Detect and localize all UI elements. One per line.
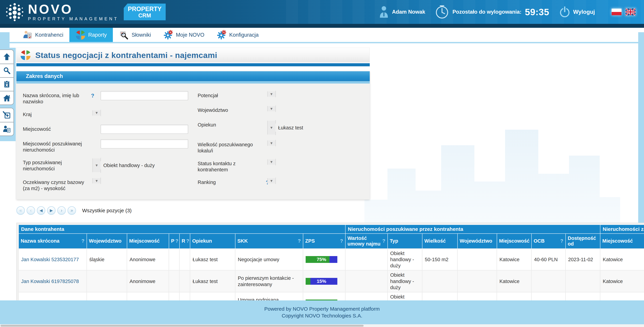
polish-flag-icon[interactable]	[612, 8, 622, 16]
miejscowosc-poszukiwanej-input[interactable]	[100, 139, 188, 148]
property-crm-badge: PROPERTY CRM	[124, 4, 166, 20]
my-novo-gear-icon	[163, 30, 173, 40]
tab-kontrahenci[interactable]: Kontrahenci	[16, 28, 70, 42]
logout-countdown: Pozostało do wylogowania: 59:35	[435, 5, 549, 19]
wojewodztwo-select[interactable]: ▼	[276, 105, 276, 112]
logout-label: Wyloguj	[573, 9, 595, 15]
filters-right-column: Potencjał ▼ Województwo ▼	[198, 91, 363, 192]
sidebar-group-bottom	[0, 108, 14, 136]
sidebar-group-top: X	[0, 50, 14, 105]
novo-logo[interactable]: NOVO PROPERTY MANAGEMENT	[5, 2, 119, 22]
miejscowosc-input[interactable]	[100, 125, 188, 134]
tab-slowniki[interactable]: Słowniki	[113, 28, 157, 42]
chevron-down-icon: ▼	[267, 178, 276, 184]
tab-konfiguracja[interactable]: Konfiguracja	[210, 28, 265, 42]
clock-icon	[435, 5, 449, 19]
previous-page-button[interactable]: ‹	[26, 206, 35, 215]
help-icon[interactable]: ?	[176, 238, 178, 244]
chevron-down-icon: ▼	[92, 158, 100, 172]
table-row: Jan Kowalski 5235320177 śląskie Anonimow…	[18, 248, 644, 270]
filter-row-wielkosc-lokalu: Wielkość poszukiwanego lokalu/i ▼	[198, 140, 363, 154]
chevron-down-icon: ▼	[267, 92, 276, 97]
home-button[interactable]	[0, 91, 14, 104]
ranking-select[interactable]: ▼	[276, 178, 276, 184]
chevron-down-icon: ▼	[267, 140, 276, 146]
horizontal-scrollbar-thumb[interactable]	[0, 325, 364, 327]
power-icon	[559, 6, 570, 18]
scroll-top-button[interactable]	[0, 50, 14, 64]
opiekun-select[interactable]: Łukasz test ▼	[276, 120, 363, 135]
last-page-button[interactable]: »	[68, 206, 76, 215]
footer-copyright: Copyright NOVO Technologies S.A.	[282, 313, 362, 319]
filter-row-wojewodztwo: Województwo ▼	[198, 106, 363, 115]
page-content: X	[0, 48, 644, 316]
filter-row-ranking: Ranking ? ▼	[198, 178, 363, 187]
filter-row-opiekun: Opiekun Łukasz test ▼	[198, 120, 363, 135]
filter-row-miejscowosc: Miejscowość	[23, 125, 188, 134]
title-underline-bar	[16, 63, 370, 66]
home-icon	[2, 94, 11, 102]
add-contractor-button[interactable]	[0, 122, 14, 136]
user-icon	[380, 6, 388, 18]
arrow-up-icon	[2, 52, 11, 61]
excel-export-icon: X	[2, 80, 11, 89]
group-dane-kontrahenta: Dane kontrahenta	[18, 225, 345, 234]
filters-left-column: Nazwa skrócona, imię lub nazwisko ? Kraj…	[23, 91, 188, 192]
typ-nieruchomosci-select[interactable]: Obiekt handlowy - duży ▼	[100, 158, 188, 173]
first-page-button[interactable]: «	[16, 206, 25, 215]
chevron-down-icon: ▼	[92, 178, 100, 184]
contractor-link[interactable]: Jan Kowalski 5235320177	[21, 257, 79, 262]
report-title-card: Status negocjacji z kontrahentami - naje…	[16, 48, 370, 62]
next-page-button[interactable]: ›	[57, 206, 66, 215]
chevron-down-icon: ▼	[267, 160, 276, 165]
current-user[interactable]: Adam Nowak	[380, 6, 425, 18]
tab-moje-novo[interactable]: Moje NOVO	[157, 28, 210, 42]
help-icon[interactable]: ?	[186, 238, 189, 244]
wielkosc-lokalu-select[interactable]: ▼	[276, 140, 276, 146]
step-back-button[interactable]: ◀	[37, 206, 45, 215]
countdown-value: 59:35	[525, 7, 549, 17]
search-button[interactable]	[0, 64, 14, 77]
app-footer: Powered by NOVO Property Management plat…	[0, 300, 644, 324]
logo-wordmark: NOVO	[28, 3, 119, 16]
contractor-card-icon	[2, 125, 11, 133]
uk-flag-icon[interactable]	[626, 8, 636, 16]
footer-powered-by: Powered by NOVO Property Management plat…	[264, 306, 380, 312]
potencjal-select[interactable]: ▼	[276, 91, 276, 97]
status-kontaktu-select[interactable]: ▼	[276, 159, 276, 166]
add-document-icon	[2, 111, 11, 119]
step-forward-button[interactable]: ▶	[47, 206, 56, 215]
filter-row-status-kontaktu: Status kontaktu z kontrahentem ▼	[198, 159, 363, 173]
report-pie-icon	[20, 50, 31, 60]
dictionaries-icon	[119, 30, 129, 40]
logout-button[interactable]: Wyloguj	[559, 6, 595, 18]
nazwa-skrocona-input[interactable]	[100, 91, 188, 100]
tab-raporty[interactable]: Raporty	[70, 28, 113, 42]
main-nav: Kontrahenci Raporty Słowniki	[0, 28, 644, 42]
czynsz-bazowy-select[interactable]: ▼	[100, 178, 101, 184]
help-icon[interactable]: ?	[382, 238, 386, 244]
filter-row-kraj: Kraj ▼	[23, 110, 188, 120]
help-icon[interactable]: ?	[560, 238, 563, 244]
export-excel-button[interactable]: X	[0, 77, 14, 91]
contractor-link[interactable]: Jan Kowalski 6197825078	[21, 278, 79, 284]
column-header-row: Nazwa skrócona? Województwo Miejscowość …	[18, 234, 644, 249]
help-icon[interactable]: ?	[82, 238, 84, 244]
pagination-bar: « ‹ ◀ ▶ › » Wszystkie pozycje (3)	[16, 206, 644, 215]
contractors-icon	[22, 30, 32, 40]
globe-logo-icon	[5, 2, 24, 22]
sidebar-background-top	[0, 32, 10, 48]
configuration-gear-icon	[217, 30, 226, 40]
kraj-select[interactable]: ▼	[100, 110, 101, 116]
items-count-label: Wszystkie pozycje (3)	[82, 208, 132, 214]
filter-row-czynsz: Oczekiwany czynsz bazowy (za m2) - wysok…	[23, 178, 188, 192]
filter-row-nazwa: Nazwa skrócona, imię lub nazwisko ?	[23, 91, 188, 105]
filters-header: Zakres danych	[16, 71, 370, 81]
logo-tagline: PROPERTY MANAGEMENT	[28, 16, 119, 21]
help-icon[interactable]: ?	[298, 238, 301, 244]
chevron-down-icon: ▼	[92, 110, 100, 116]
help-icon[interactable]: ?	[91, 91, 100, 99]
chevron-down-icon: ▼	[267, 106, 276, 111]
help-icon[interactable]: ?	[340, 238, 343, 244]
add-document-button[interactable]	[0, 108, 14, 122]
